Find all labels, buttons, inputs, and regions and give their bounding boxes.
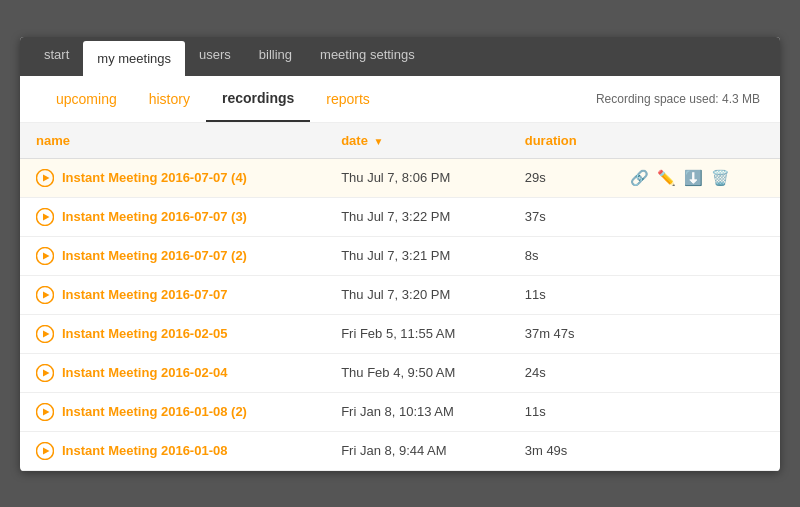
svg-marker-13 bbox=[43, 408, 50, 415]
date-cell: Thu Feb 4, 9:50 AM bbox=[325, 353, 509, 392]
actions-cell bbox=[614, 392, 780, 431]
col-name: name bbox=[20, 123, 325, 159]
date-cell: Fri Feb 5, 11:55 AM bbox=[325, 314, 509, 353]
date-cell: Fri Jan 8, 10:13 AM bbox=[325, 392, 509, 431]
table-body: Instant Meeting 2016-07-07 (4) Thu Jul 7… bbox=[20, 158, 780, 470]
date-cell: Fri Jan 8, 9:44 AM bbox=[325, 431, 509, 470]
table-row: Instant Meeting 2016-01-08 (2) Fri Jan 8… bbox=[20, 392, 780, 431]
table-row: Instant Meeting 2016-07-07 Thu Jul 7, 3:… bbox=[20, 275, 780, 314]
date-cell: Thu Jul 7, 8:06 PM bbox=[325, 158, 509, 197]
sub-nav-item-upcoming[interactable]: upcoming bbox=[40, 77, 133, 121]
name-cell: Instant Meeting 2016-07-07 bbox=[20, 275, 325, 314]
table-row: Instant Meeting 2016-02-04 Thu Feb 4, 9:… bbox=[20, 353, 780, 392]
actions-cell bbox=[614, 431, 780, 470]
svg-marker-5 bbox=[43, 252, 50, 259]
name-cell: Instant Meeting 2016-01-08 bbox=[20, 431, 325, 470]
svg-marker-15 bbox=[43, 447, 50, 454]
svg-marker-9 bbox=[43, 330, 50, 337]
top-nav: startmy meetingsusersbillingmeeting sett… bbox=[20, 37, 780, 76]
actions-cell: 🔗 ✏️ ⬇️ 🗑️ bbox=[614, 158, 780, 197]
name-cell: Instant Meeting 2016-02-04 bbox=[20, 353, 325, 392]
meeting-name[interactable]: Instant Meeting 2016-01-08 (2) bbox=[62, 404, 247, 419]
app-container: startmy meetingsusersbillingmeeting sett… bbox=[20, 37, 780, 471]
edit-icon[interactable]: ✏️ bbox=[657, 169, 676, 187]
play-icon[interactable] bbox=[36, 208, 54, 226]
delete-icon[interactable]: 🗑️ bbox=[711, 169, 730, 187]
meeting-name[interactable]: Instant Meeting 2016-07-07 (3) bbox=[62, 209, 247, 224]
col-actions bbox=[614, 123, 780, 159]
duration-cell: 24s bbox=[509, 353, 614, 392]
actions-cell bbox=[614, 275, 780, 314]
table-row: Instant Meeting 2016-02-05 Fri Feb 5, 11… bbox=[20, 314, 780, 353]
table-row: Instant Meeting 2016-01-08 Fri Jan 8, 9:… bbox=[20, 431, 780, 470]
actions-cell bbox=[614, 236, 780, 275]
name-cell: Instant Meeting 2016-07-07 (3) bbox=[20, 197, 325, 236]
top-nav-item-start[interactable]: start bbox=[30, 37, 83, 76]
play-icon[interactable] bbox=[36, 442, 54, 460]
table-row: Instant Meeting 2016-07-07 (3) Thu Jul 7… bbox=[20, 197, 780, 236]
recordings-table: name date ▼ duration Instant Meeting 201… bbox=[20, 123, 780, 471]
meeting-name[interactable]: Instant Meeting 2016-02-05 bbox=[62, 326, 227, 341]
meeting-name[interactable]: Instant Meeting 2016-07-07 (4) bbox=[62, 170, 247, 185]
meeting-name[interactable]: Instant Meeting 2016-07-07 (2) bbox=[62, 248, 247, 263]
duration-cell: 29s bbox=[509, 158, 614, 197]
date-cell: Thu Jul 7, 3:20 PM bbox=[325, 275, 509, 314]
date-cell: Thu Jul 7, 3:22 PM bbox=[325, 197, 509, 236]
play-icon[interactable] bbox=[36, 286, 54, 304]
date-cell: Thu Jul 7, 3:21 PM bbox=[325, 236, 509, 275]
sub-nav-item-reports[interactable]: reports bbox=[310, 77, 386, 121]
actions-cell bbox=[614, 197, 780, 236]
top-nav-item-my-meetings[interactable]: my meetings bbox=[83, 41, 185, 76]
play-icon[interactable] bbox=[36, 325, 54, 343]
meeting-name[interactable]: Instant Meeting 2016-02-04 bbox=[62, 365, 227, 380]
duration-cell: 37s bbox=[509, 197, 614, 236]
svg-marker-1 bbox=[43, 174, 50, 181]
svg-marker-7 bbox=[43, 291, 50, 298]
svg-marker-11 bbox=[43, 369, 50, 376]
sort-arrow-icon: ▼ bbox=[373, 136, 383, 147]
top-nav-item-users[interactable]: users bbox=[185, 37, 245, 76]
duration-cell: 11s bbox=[509, 392, 614, 431]
sub-nav: upcominghistoryrecordingsreportsRecordin… bbox=[20, 76, 780, 123]
download-icon[interactable]: ⬇️ bbox=[684, 169, 703, 187]
name-cell: Instant Meeting 2016-07-07 (2) bbox=[20, 236, 325, 275]
name-cell: Instant Meeting 2016-07-07 (4) bbox=[20, 158, 325, 197]
sub-nav-item-history[interactable]: history bbox=[133, 77, 206, 121]
play-icon[interactable] bbox=[36, 364, 54, 382]
col-date[interactable]: date ▼ bbox=[325, 123, 509, 159]
actions-cell bbox=[614, 314, 780, 353]
play-icon[interactable] bbox=[36, 403, 54, 421]
svg-marker-3 bbox=[43, 213, 50, 220]
play-icon[interactable] bbox=[36, 247, 54, 265]
table-row: Instant Meeting 2016-07-07 (4) Thu Jul 7… bbox=[20, 158, 780, 197]
table-header: name date ▼ duration bbox=[20, 123, 780, 159]
table-row: Instant Meeting 2016-07-07 (2) Thu Jul 7… bbox=[20, 236, 780, 275]
meeting-name[interactable]: Instant Meeting 2016-01-08 bbox=[62, 443, 227, 458]
duration-cell: 8s bbox=[509, 236, 614, 275]
name-cell: Instant Meeting 2016-01-08 (2) bbox=[20, 392, 325, 431]
duration-cell: 11s bbox=[509, 275, 614, 314]
col-duration: duration bbox=[509, 123, 614, 159]
actions-cell bbox=[614, 353, 780, 392]
name-cell: Instant Meeting 2016-02-05 bbox=[20, 314, 325, 353]
sub-nav-item-recordings[interactable]: recordings bbox=[206, 76, 310, 122]
link-icon[interactable]: 🔗 bbox=[630, 169, 649, 187]
duration-cell: 37m 47s bbox=[509, 314, 614, 353]
top-nav-item-billing[interactable]: billing bbox=[245, 37, 306, 76]
duration-cell: 3m 49s bbox=[509, 431, 614, 470]
recording-space-label: Recording space used: 4.3 MB bbox=[596, 92, 760, 106]
play-icon[interactable] bbox=[36, 169, 54, 187]
top-nav-item-meeting-settings[interactable]: meeting settings bbox=[306, 37, 429, 76]
meeting-name[interactable]: Instant Meeting 2016-07-07 bbox=[62, 287, 227, 302]
